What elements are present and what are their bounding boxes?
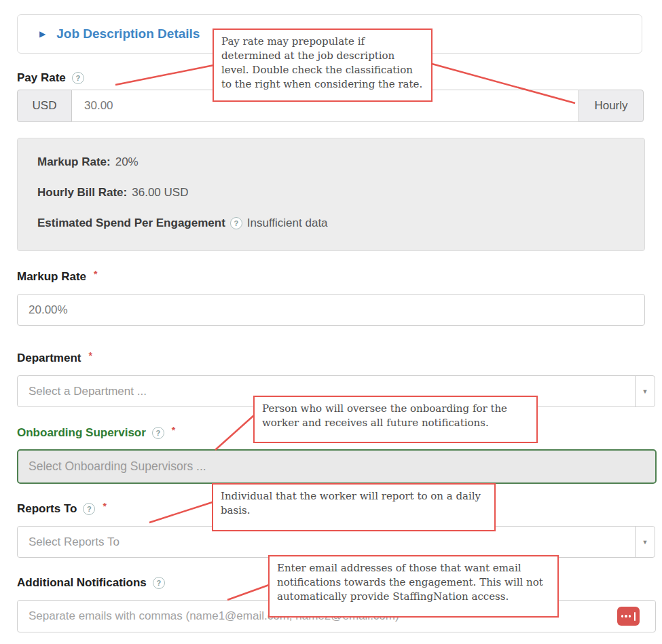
- additional-notifications-label: Additional Notifications ?: [17, 575, 165, 591]
- chevron-down-icon: ▼: [642, 539, 648, 546]
- onboarding-supervisor-label-text: Onboarding Supervisor: [17, 426, 146, 440]
- rate-type-addon: Hourly: [578, 90, 644, 122]
- onboarding-supervisor-annotation: Person who will oversee the onboarding f…: [253, 396, 538, 443]
- estimated-spend-summary-value: Insufficient data: [247, 216, 328, 230]
- estimated-spend-summary: Estimated Spend Per Engagement ? Insuffi…: [37, 215, 644, 231]
- rate-summary-box: Markup Rate: 20% Hourly Bill Rate: 36.00…: [17, 138, 645, 251]
- engagement-form: ▶ Job Description Details Pay Rate ? USD…: [0, 0, 662, 644]
- dot: [625, 615, 627, 618]
- markup-rate-summary-label: Markup Rate:: [37, 155, 111, 169]
- estimated-spend-summary-label: Estimated Spend Per Engagement: [37, 216, 225, 230]
- markup-rate-summary-value: 20%: [115, 155, 139, 169]
- dot: [621, 615, 623, 618]
- currency-addon: USD: [17, 90, 72, 122]
- help-icon[interactable]: ?: [153, 577, 165, 589]
- email-tags-icon[interactable]: [617, 607, 640, 626]
- required-marker: *: [88, 350, 92, 361]
- reports-to-label: Reports To ? *: [17, 501, 107, 517]
- markup-rate-summary: Markup Rate: 20%: [37, 154, 644, 170]
- hourly-bill-rate-summary: Hourly Bill Rate: 36.00 USD: [37, 185, 644, 201]
- markup-rate-label-text: Markup Rate: [17, 270, 86, 284]
- job-description-details-title: Job Description Details: [56, 26, 200, 41]
- additional-notifications-label-text: Additional Notifications: [17, 576, 147, 590]
- help-icon[interactable]: ?: [230, 217, 242, 229]
- onboarding-supervisor-input[interactable]: [17, 449, 657, 484]
- required-marker: *: [103, 501, 106, 512]
- required-marker: *: [94, 269, 97, 280]
- required-marker: *: [172, 425, 175, 436]
- pay-rate-label-text: Pay Rate: [17, 71, 66, 85]
- reports-to-select-caret-button[interactable]: ▼: [635, 527, 655, 557]
- help-icon[interactable]: ?: [83, 503, 95, 515]
- additional-notifications-annotation: Enter email addresses of those that want…: [268, 555, 559, 618]
- department-select-caret-button[interactable]: ▼: [635, 376, 655, 406]
- department-label: Department *: [17, 350, 92, 366]
- markup-rate-input[interactable]: [17, 294, 645, 326]
- dot: [629, 615, 631, 618]
- hourly-bill-rate-summary-label: Hourly Bill Rate:: [37, 186, 127, 200]
- reports-to-annotation: Individual that the worker will report t…: [212, 483, 496, 531]
- pay-rate-annotation: Pay rate may prepopulate if determined a…: [213, 29, 433, 102]
- hourly-bill-rate-summary-value: 36.00 USD: [132, 186, 188, 200]
- pay-rate-label: Pay Rate ?: [17, 70, 84, 86]
- reports-to-select-placeholder: Select Reports To: [18, 535, 635, 549]
- help-icon[interactable]: ?: [152, 427, 164, 439]
- help-icon[interactable]: ?: [72, 72, 84, 84]
- cursor-bar: [634, 612, 636, 621]
- department-label-text: Department: [17, 352, 81, 365]
- reports-to-label-text: Reports To: [17, 502, 77, 516]
- chevron-down-icon: ▼: [642, 388, 648, 395]
- markup-rate-label: Markup Rate *: [17, 269, 97, 285]
- expand-arrow-icon: ▶: [39, 30, 45, 38]
- onboarding-supervisor-label: Onboarding Supervisor ? *: [17, 425, 175, 441]
